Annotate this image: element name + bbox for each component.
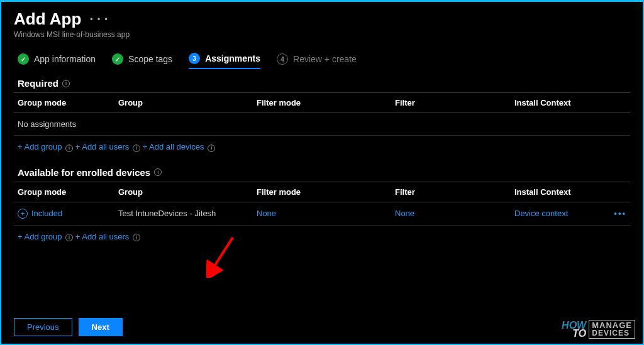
install-context-cell[interactable]: Device context bbox=[514, 209, 568, 218]
group-mode-label: Included bbox=[31, 209, 62, 218]
info-icon[interactable]: i bbox=[65, 145, 73, 152]
info-icon[interactable]: i bbox=[62, 80, 70, 87]
col-filter-mode: Filter mode bbox=[253, 182, 391, 202]
info-icon[interactable]: i bbox=[65, 234, 73, 241]
row-more-icon[interactable]: ••• bbox=[614, 209, 626, 218]
step-label: Review + create bbox=[293, 54, 357, 64]
step-label: Assignments bbox=[205, 53, 260, 63]
add-group-link[interactable]: + Add group bbox=[18, 142, 62, 151]
step-number-icon: 4 bbox=[277, 53, 288, 65]
info-icon[interactable]: i bbox=[133, 234, 140, 241]
col-group-mode: Group mode bbox=[14, 182, 114, 202]
step-label: App information bbox=[34, 54, 96, 64]
step-review-create: 4 Review + create bbox=[277, 53, 357, 68]
col-group: Group bbox=[114, 93, 253, 113]
group-mode-included[interactable]: + Included bbox=[18, 209, 62, 219]
section-required-title: Required bbox=[18, 78, 58, 89]
add-all-devices-link[interactable]: + Add all devices bbox=[143, 142, 204, 151]
watermark-line2: DEVICES bbox=[592, 330, 632, 337]
step-number-icon: 3 bbox=[189, 53, 200, 64]
table-row[interactable]: + Included Test IntuneDevices - Jitesh N… bbox=[14, 202, 630, 225]
watermark-to: TO bbox=[562, 329, 586, 338]
col-install-context: Install Context bbox=[511, 182, 610, 202]
wizard-stepper: ✓ App information ✓ Scope tags 3 Assignm… bbox=[14, 53, 630, 69]
section-available-title: Available for enrolled devices bbox=[18, 167, 150, 178]
info-icon[interactable]: i bbox=[133, 145, 140, 152]
previous-button[interactable]: Previous bbox=[14, 318, 72, 336]
required-table: Group mode Group Filter mode Filter Inst… bbox=[14, 92, 630, 136]
step-label: Scope tags bbox=[128, 54, 172, 64]
info-icon[interactable]: i bbox=[154, 168, 162, 176]
step-assignments[interactable]: 3 Assignments bbox=[189, 53, 260, 69]
step-app-information[interactable]: ✓ App information bbox=[18, 53, 96, 68]
add-all-users-link[interactable]: + Add all users bbox=[75, 232, 130, 241]
filter-cell[interactable]: None bbox=[395, 209, 414, 218]
add-group-link[interactable]: + Add group bbox=[18, 232, 62, 241]
check-icon: ✓ bbox=[112, 53, 123, 65]
plus-circle-icon: + bbox=[18, 209, 28, 219]
filter-mode-cell[interactable]: None bbox=[257, 209, 276, 218]
no-assignments-text: No assignments bbox=[14, 113, 630, 136]
group-name-cell: Test IntuneDevices - Jitesh bbox=[114, 202, 253, 225]
page-title: Add App bbox=[14, 9, 81, 29]
page-subtitle: Windows MSI line-of-business app bbox=[14, 30, 630, 39]
col-filter: Filter bbox=[391, 182, 511, 202]
add-all-users-link[interactable]: + Add all users bbox=[75, 142, 130, 151]
info-icon[interactable]: i bbox=[208, 145, 215, 152]
title-more-icon[interactable]: • • • bbox=[90, 15, 108, 24]
next-button[interactable]: Next bbox=[79, 318, 123, 336]
available-table: Group mode Group Filter mode Filter Inst… bbox=[14, 182, 630, 226]
col-group: Group bbox=[114, 182, 253, 202]
col-filter: Filter bbox=[391, 93, 511, 113]
col-filter-mode: Filter mode bbox=[253, 93, 391, 113]
table-row-empty: No assignments bbox=[14, 113, 630, 136]
watermark: HOW TO MANAGE DEVICES bbox=[562, 320, 635, 339]
col-group-mode: Group mode bbox=[14, 93, 114, 113]
step-scope-tags[interactable]: ✓ Scope tags bbox=[112, 53, 172, 68]
check-icon: ✓ bbox=[18, 53, 29, 65]
col-install-context: Install Context bbox=[511, 93, 630, 113]
